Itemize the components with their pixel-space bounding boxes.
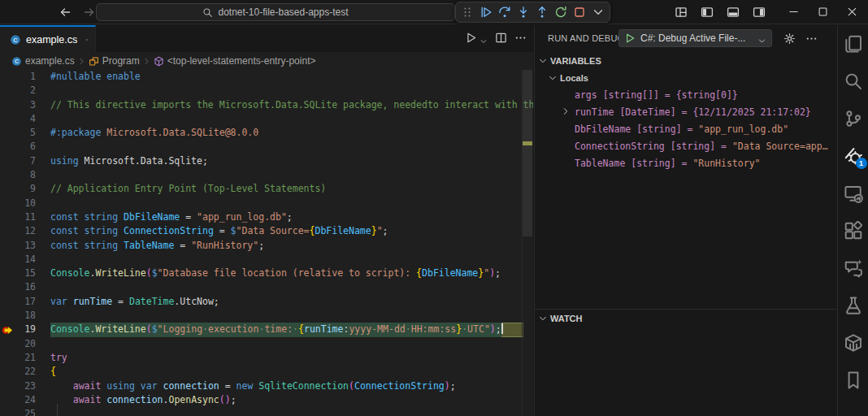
- code-editor[interactable]: 1#nullable enable23// This directive imp…: [0, 70, 533, 416]
- breakpoint-margin[interactable]: [0, 379, 16, 393]
- code-line-text[interactable]: [50, 309, 533, 323]
- code-line[interactable]: 17var runTime = DateTime.UtcNow;: [0, 295, 533, 309]
- navigate-back-icon[interactable]: [59, 6, 72, 19]
- chevron-collapsed-icon[interactable]: [561, 106, 571, 116]
- code-line[interactable]: 14: [0, 253, 533, 266]
- code-line-text[interactable]: // Application Entry Point (Top-Level St…: [50, 182, 533, 196]
- code-line-text[interactable]: [50, 112, 533, 126]
- breakpoint-margin[interactable]: [0, 309, 16, 323]
- code-line[interactable]: 22{: [0, 365, 533, 379]
- breakpoint-margin[interactable]: [0, 337, 16, 351]
- code-line[interactable]: 5#:package Microsoft.Data.SQLite@8.0.0: [0, 126, 533, 140]
- gripper-icon[interactable]: [461, 6, 474, 19]
- run-and-debug-icon[interactable]: 1: [844, 146, 863, 166]
- code-line[interactable]: 11const string DbFileName = "app_run_log…: [0, 210, 533, 224]
- maximize-button[interactable]: [808, 0, 837, 24]
- variable-row[interactable]: ConnectionString [string] = "Data Source…: [535, 137, 837, 154]
- debug-stop-icon[interactable]: [573, 6, 586, 19]
- code-line-text[interactable]: var runTime = DateTime.UtcNow;: [50, 295, 533, 309]
- close-button[interactable]: [837, 0, 866, 24]
- run-code-button[interactable]: [465, 32, 477, 44]
- code-line-text[interactable]: {: [50, 365, 533, 379]
- code-line-text[interactable]: Console.WriteLine($"Database file locati…: [50, 266, 533, 280]
- panel-more-actions-icon[interactable]: [805, 32, 818, 45]
- toggle-sidebar-right-icon[interactable]: [753, 6, 766, 19]
- code-line-text[interactable]: Console.WriteLine($"Logging·execution·ti…: [50, 323, 523, 336]
- testing-icon[interactable]: [844, 296, 863, 315]
- source-control-icon[interactable]: [844, 109, 863, 128]
- code-line-text[interactable]: #:package Microsoft.Data.SQLite@8.0.0: [50, 126, 533, 140]
- watch-section-header[interactable]: WATCH: [535, 310, 837, 327]
- debug-settings-gear-icon[interactable]: [783, 32, 796, 45]
- command-center-search[interactable]: dotnet-10-file-based-apps-test: [96, 3, 455, 21]
- code-line-text[interactable]: [50, 197, 533, 210]
- code-line-text[interactable]: [50, 407, 533, 416]
- variable-row[interactable]: DbFileName [string] = "app_run_log.db": [535, 120, 837, 137]
- variables-section-header[interactable]: VARIABLES: [535, 53, 837, 69]
- extensions-icon[interactable]: [844, 221, 863, 240]
- breakpoint-margin[interactable]: [0, 280, 16, 294]
- variable-row[interactable]: runTime [DateTime] = {12/11/2025 21:17:0…: [535, 103, 837, 120]
- breakpoint-margin[interactable]: [0, 197, 16, 210]
- debug-step-over-icon[interactable]: [498, 6, 511, 19]
- run-options-chevron-icon[interactable]: [480, 34, 488, 42]
- code-line[interactable]: 9// Application Entry Point (Top-Level S…: [0, 182, 533, 196]
- toggle-panel-icon[interactable]: [727, 6, 740, 19]
- breadcrumb-item[interactable]: <top-level-statements-entry-point>: [154, 55, 316, 67]
- breakpoint-margin[interactable]: [0, 253, 16, 266]
- breakpoint-margin[interactable]: [0, 365, 16, 379]
- remote-explorer-icon[interactable]: [844, 184, 863, 203]
- code-line-text[interactable]: try: [50, 351, 533, 365]
- scrollbar-slider[interactable]: [523, 70, 532, 236]
- chat-icon[interactable]: [844, 258, 863, 278]
- breakpoint-margin[interactable]: [0, 351, 16, 365]
- breakpoint-margin[interactable]: [0, 323, 16, 336]
- breadcrumb-item[interactable]: Program: [89, 55, 140, 67]
- variable-row[interactable]: TableName [string] = "RunHistory": [535, 154, 837, 171]
- variable-row[interactable]: args [string[]] = {string[0]}: [535, 86, 837, 103]
- code-line-text[interactable]: #nullable enable: [50, 70, 533, 84]
- explorer-icon[interactable]: [844, 34, 863, 54]
- breakpoint-margin[interactable]: [0, 182, 16, 196]
- debug-config-dropdown[interactable]: C#: Debug Active File-...: [618, 29, 772, 47]
- breakpoint-margin[interactable]: [0, 154, 16, 168]
- code-line[interactable]: 19Console.WriteLine($"Logging·execution·…: [0, 323, 533, 336]
- code-line[interactable]: 21try: [0, 351, 533, 365]
- search-icon[interactable]: [844, 72, 863, 91]
- toggle-sidebar-left-icon[interactable]: [701, 6, 714, 19]
- code-line[interactable]: 25: [0, 407, 533, 416]
- start-debug-icon[interactable]: [624, 32, 636, 44]
- code-line[interactable]: 6: [0, 140, 533, 154]
- code-line[interactable]: 12const string ConnectionString = $"Data…: [0, 224, 533, 238]
- customize-layout-icon[interactable]: [675, 6, 688, 19]
- code-line[interactable]: 24 await connection.OpenAsync();: [0, 393, 533, 407]
- debug-restart-icon[interactable]: [554, 6, 567, 19]
- debug-step-into-icon[interactable]: [517, 6, 530, 19]
- code-line[interactable]: 8: [0, 168, 533, 182]
- code-line[interactable]: 15Console.WriteLine($"Database file loca…: [0, 266, 533, 280]
- breakpoint-margin[interactable]: [0, 393, 16, 407]
- code-line[interactable]: 16: [0, 280, 533, 294]
- breakpoint-margin[interactable]: [0, 224, 16, 238]
- code-line-text[interactable]: const string DbFileName = "app_run_log.d…: [50, 210, 533, 224]
- code-line-text[interactable]: using Microsoft.Data.Sqlite;: [50, 154, 533, 168]
- split-editor-button[interactable]: [495, 32, 507, 44]
- code-line-text[interactable]: [50, 84, 533, 98]
- code-line-text[interactable]: await using var connection = new SqliteC…: [50, 379, 533, 393]
- minimize-button[interactable]: [779, 0, 808, 24]
- breakpoint-margin[interactable]: [0, 70, 16, 84]
- code-line-text[interactable]: [50, 253, 533, 266]
- tab-close-icon[interactable]: [85, 34, 89, 46]
- code-line-text[interactable]: [50, 168, 533, 182]
- code-line-text[interactable]: [50, 280, 533, 294]
- code-line[interactable]: 23 await using var connection = new Sqli…: [0, 379, 533, 393]
- code-line-text[interactable]: // This directive imports the Microsoft.…: [50, 98, 533, 112]
- code-line[interactable]: 1#nullable enable: [0, 70, 533, 84]
- breakpoint-margin[interactable]: [0, 295, 16, 309]
- editor-scrollbar[interactable]: [522, 70, 533, 416]
- bookmarks-icon[interactable]: [844, 370, 863, 390]
- chevron-down-icon[interactable]: [592, 6, 605, 19]
- code-line-text[interactable]: await connection.OpenAsync();: [50, 393, 533, 407]
- breakpoint-margin[interactable]: [0, 210, 16, 224]
- breakpoint-margin[interactable]: [0, 239, 16, 253]
